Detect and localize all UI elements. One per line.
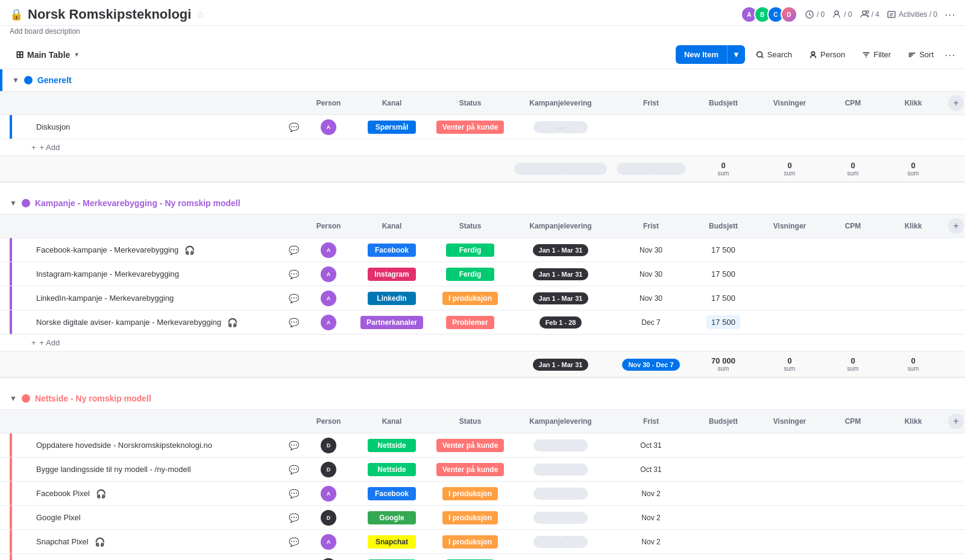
- klikk-cell[interactable]: [883, 319, 943, 326]
- cpm-cell[interactable]: [823, 124, 883, 131]
- kampanje-cell[interactable]: —: [509, 118, 612, 137]
- frist-cell[interactable]: Nov 2: [612, 534, 690, 550]
- row-name-cell[interactable]: Instagram-kampanje - Merkevarebygging: [31, 266, 283, 282]
- kanal-cell[interactable]: LinkedIn: [353, 288, 431, 309]
- add-row-kampanje[interactable]: + + Add: [0, 335, 965, 351]
- status-cell[interactable]: Ferdig: [431, 264, 509, 285]
- budsjett-cell[interactable]: [690, 466, 756, 473]
- status-cell[interactable]: Ferdig: [431, 240, 509, 260]
- klikk-cell[interactable]: [883, 490, 943, 497]
- row-name-cell[interactable]: Oppdatere hovedside - Norskromskipstekno…: [31, 437, 283, 453]
- person-cell[interactable]: D: [304, 458, 353, 481]
- kampanje-cell[interactable]: -: [509, 436, 612, 455]
- frist-cell[interactable]: Nov 30: [612, 291, 690, 306]
- sort-button[interactable]: Sort: [902, 46, 940, 63]
- comment-cell[interactable]: 💬: [283, 314, 304, 331]
- status-cell[interactable]: Venter på kunde: [431, 459, 509, 480]
- budsjett-cell[interactable]: [690, 490, 756, 497]
- kampanje-cell[interactable]: Jan 1 - Mar 31: [509, 265, 612, 284]
- kampanje-cell[interactable]: -: [509, 460, 612, 479]
- budsjett-cell[interactable]: [690, 124, 756, 131]
- person-cell[interactable]: D: [304, 506, 353, 529]
- person-cell[interactable]: D: [304, 555, 353, 561]
- kanal-cell[interactable]: Facebook: [353, 240, 431, 260]
- new-item-button[interactable]: New Item: [676, 45, 727, 64]
- visninger-cell[interactable]: [756, 490, 823, 497]
- klikk-cell[interactable]: [883, 295, 943, 302]
- cpm-cell[interactable]: [823, 514, 883, 521]
- kanal-cell[interactable]: Partnerkanaler: [353, 312, 431, 333]
- kanal-cell[interactable]: Google: [353, 508, 431, 528]
- add-column-button[interactable]: +: [948, 218, 964, 234]
- person-cell[interactable]: A: [304, 530, 353, 553]
- frist-cell[interactable]: Oct 31: [612, 462, 690, 477]
- group-header-nettside[interactable]: ▼ Nettside - Ny romskip modell: [0, 388, 965, 409]
- person-cell[interactable]: A: [304, 263, 353, 286]
- budsjett-cell[interactable]: 17 500: [690, 290, 756, 306]
- frist-cell[interactable]: Nov 2: [612, 510, 690, 526]
- status-cell[interactable]: Venter på kunde: [431, 117, 509, 137]
- budsjett-cell[interactable]: 17 500: [690, 242, 756, 258]
- status-cell[interactable]: I produksjon: [431, 532, 509, 552]
- row-name-cell[interactable]: LinkedIn-kampanje - Merkevarebygging: [31, 290, 283, 306]
- cpm-cell[interactable]: [823, 295, 883, 302]
- add-row-generelt[interactable]: + + Add: [0, 139, 965, 156]
- row-name-cell[interactable]: Google Pixel: [31, 509, 283, 526]
- frist-cell[interactable]: Dec 7: [612, 315, 690, 330]
- kampanje-cell[interactable]: -: [509, 508, 612, 527]
- person-cell[interactable]: A: [304, 311, 353, 334]
- visninger-cell[interactable]: [756, 124, 823, 131]
- toolbar-more-icon[interactable]: ⋯: [945, 48, 955, 61]
- cpm-cell[interactable]: [823, 466, 883, 473]
- kanal-cell[interactable]: Snapchat: [353, 532, 431, 552]
- status-cell[interactable]: I produksjon: [431, 508, 509, 528]
- status-cell[interactable]: I produksjon: [431, 483, 509, 504]
- cpm-cell[interactable]: [823, 490, 883, 497]
- group-header-kampanje[interactable]: ▼ Kampanje - Merkevarebygging - Ny romsk…: [0, 192, 965, 214]
- comment-cell[interactable]: 💬: [283, 509, 304, 526]
- avatar[interactable]: D: [781, 6, 797, 23]
- new-item-dropdown-button[interactable]: ▼: [727, 45, 745, 64]
- kanal-cell[interactable]: Instagram: [353, 264, 431, 285]
- comment-cell[interactable]: 💬: [283, 533, 304, 550]
- comment-cell[interactable]: 💬: [283, 119, 304, 136]
- person-button[interactable]: Person: [803, 46, 851, 63]
- kampanje-cell[interactable]: -: [509, 484, 612, 503]
- cpm-cell[interactable]: [823, 442, 883, 449]
- klikk-cell[interactable]: [883, 514, 943, 521]
- frist-cell[interactable]: Oct 31: [612, 438, 690, 453]
- klikk-cell[interactable]: [883, 124, 943, 131]
- klikk-cell[interactable]: [883, 271, 943, 278]
- status-cell[interactable]: Problemer: [431, 312, 509, 333]
- visninger-cell[interactable]: [756, 319, 823, 326]
- klikk-cell[interactable]: [883, 247, 943, 254]
- person-cell[interactable]: A: [304, 239, 353, 262]
- add-column-button[interactable]: +: [948, 95, 964, 111]
- kampanje-cell[interactable]: Feb 1 - 28: [509, 313, 612, 332]
- kampanje-cell[interactable]: Jan 1 - Mar 31: [509, 241, 612, 260]
- frist-cell[interactable]: Oct 16: [612, 558, 690, 561]
- row-name-cell[interactable]: Bygge landingsside til ny modell - /ny-m…: [31, 461, 283, 477]
- visninger-cell[interactable]: [756, 271, 823, 278]
- person-cell[interactable]: A: [304, 482, 353, 505]
- comment-cell[interactable]: 💬: [283, 485, 304, 502]
- row-name-cell[interactable]: Facebook Pixel 🎧: [31, 485, 283, 502]
- add-column-button[interactable]: +: [948, 414, 964, 429]
- frist-cell[interactable]: [612, 124, 690, 131]
- search-button[interactable]: Search: [750, 46, 798, 63]
- comment-cell[interactable]: 💬: [283, 461, 304, 478]
- klikk-cell[interactable]: [883, 466, 943, 473]
- comment-cell[interactable]: 💬: [283, 290, 304, 307]
- budsjett-cell[interactable]: [690, 442, 756, 449]
- comment-cell[interactable]: 💬: [283, 437, 304, 454]
- klikk-cell[interactable]: [883, 442, 943, 449]
- kampanje-cell[interactable]: Jan 1 - Mar 31: [509, 289, 612, 308]
- budsjett-cell[interactable]: 17 500: [690, 266, 756, 282]
- visninger-cell[interactable]: [756, 295, 823, 302]
- more-options-icon[interactable]: ⋯: [945, 8, 955, 21]
- person-cell[interactable]: A: [304, 116, 353, 139]
- kanal-cell[interactable]: Facebook: [353, 483, 431, 504]
- kanal-cell[interactable]: Nettside: [353, 459, 431, 480]
- row-name-cell[interactable]: Installere plugins: [31, 558, 283, 560]
- comment-cell[interactable]: 💬: [283, 558, 304, 561]
